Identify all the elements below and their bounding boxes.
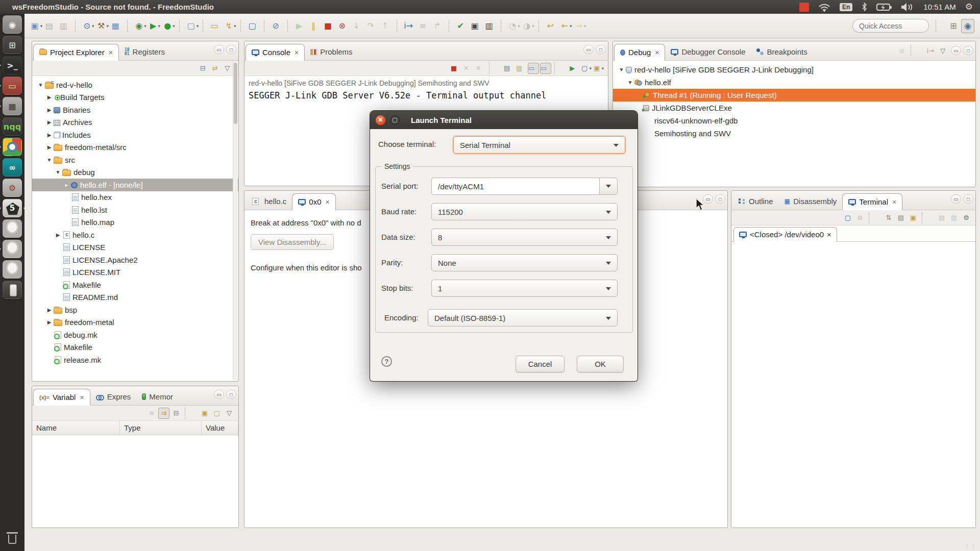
skip-breakpoints-icon[interactable]: ⊘ ▾ xyxy=(271,19,284,33)
tree-item[interactable]: ▶ freedom-metal/src xyxy=(32,141,238,154)
ubuntu-dash[interactable]: ◉ xyxy=(3,15,22,34)
open-folder-icon[interactable]: ▭ ▾ xyxy=(210,19,223,33)
tree-item[interactable]: ▶ hello.c xyxy=(32,229,238,241)
tree-item[interactable]: ▶ bsp xyxy=(32,304,238,316)
disk-drive-2[interactable] xyxy=(3,240,22,258)
dropdown-arrow-icon[interactable]: ▾ xyxy=(173,23,175,29)
disk-drive-3[interactable] xyxy=(3,260,22,279)
console-output[interactable]: SEGGER J-Link GDB Server V6.52e - Termin… xyxy=(244,88,608,103)
column-type[interactable]: Type xyxy=(120,421,202,435)
profiler-snapshot-icon[interactable]: ◑ ▾ xyxy=(522,19,535,33)
resume-icon[interactable]: ▶ ▾ xyxy=(295,19,308,33)
expand-arrow-icon[interactable]: ▸ xyxy=(62,182,71,188)
show-stdout-icon[interactable]: ▭ ▾ xyxy=(528,63,539,74)
new-console-view-icon[interactable]: ▣ ▾ xyxy=(593,63,604,74)
dropdown-arrow-icon[interactable]: ▾ xyxy=(532,23,534,29)
ok-button[interactable]: OK xyxy=(577,356,624,372)
terminal-paste-icon[interactable]: ▥ xyxy=(948,212,960,223)
workspace-switcher[interactable]: ⊞ xyxy=(3,36,22,54)
expand-arrow-icon[interactable]: ▼ xyxy=(54,169,62,175)
terminal-app[interactable]: >_ xyxy=(3,56,22,74)
debug-tree-item[interactable]: Semihosting and SWV xyxy=(613,127,975,140)
dialog-title-bar[interactable]: ✕ Launch Terminal xyxy=(370,111,638,129)
clear-console-icon[interactable]: ▤ ▾ xyxy=(503,63,514,74)
dropdown-arrow-icon[interactable]: ▾ xyxy=(234,23,236,29)
chrome-browser[interactable] xyxy=(3,138,22,156)
close-tab-icon[interactable]: × xyxy=(655,48,659,57)
dropdown-arrow-icon[interactable]: ▾ xyxy=(106,23,109,29)
maximize-view-icon[interactable]: □ xyxy=(963,46,973,55)
debug-instruction-step-icon[interactable]: i→ xyxy=(925,45,936,56)
build-icon[interactable]: ⚒ ▾ xyxy=(96,19,110,33)
debug-last-icon[interactable]: ⊙ ▾ xyxy=(82,19,95,33)
quick-access-input[interactable] xyxy=(852,19,929,33)
profiler-trace-icon[interactable]: ◔ ▾ xyxy=(508,19,521,33)
open-perspective-icon[interactable]: ⊞ xyxy=(947,19,960,33)
dropdown-arrow-icon[interactable]: ▾ xyxy=(518,23,520,29)
terminal-session-tab[interactable]: <Closed> /dev/video0 × xyxy=(733,227,837,242)
tab-console[interactable]: Console × xyxy=(246,44,305,61)
forward-icon[interactable]: → ▾ xyxy=(574,19,587,33)
cancel-button[interactable]: Cancel xyxy=(516,356,565,372)
expand-arrow-icon[interactable]: ▶ xyxy=(45,144,54,150)
debug-launch-icon[interactable]: ◉ ▾ xyxy=(134,19,148,33)
tree-item[interactable]: ▶ Includes xyxy=(32,129,238,141)
maximize-view-icon[interactable]: □ xyxy=(963,194,973,204)
stop-bits-select[interactable]: 1 xyxy=(431,280,618,297)
tab-debugger-console[interactable]: Debugger Console xyxy=(665,43,751,60)
serial-port-dropdown-button[interactable] xyxy=(599,178,618,195)
terminal-scroll-lock-icon[interactable]: ⇅ xyxy=(883,212,894,223)
scroll-lock-icon[interactable]: ▥ ▾ xyxy=(516,63,527,74)
expand-arrow-icon[interactable]: ▶ xyxy=(45,319,54,325)
tree-item[interactable]: ▶ freedom-metal xyxy=(32,316,238,329)
disconnect-icon[interactable]: ⊗ ▾ xyxy=(337,19,351,33)
freedom-studio[interactable]: 5 xyxy=(3,199,22,217)
usb-drive[interactable] xyxy=(3,281,22,299)
tree-item[interactable]: ▼ red-v-hello xyxy=(32,79,238,91)
step-into-icon[interactable]: ↓ ▾ xyxy=(352,19,365,33)
expand-arrow-icon[interactable]: ▶ xyxy=(54,232,62,238)
tab-debug[interactable]: Debug × xyxy=(614,44,665,61)
maximize-view-icon[interactable]: □ xyxy=(596,45,606,54)
link-with-editor-icon[interactable]: ⇄ ▾ xyxy=(211,63,223,74)
expand-arrow-icon[interactable]: ▶ xyxy=(45,94,54,100)
debug-tree-item[interactable]: riscv64-unknown-elf-gdb xyxy=(613,114,975,127)
debug-perspective-icon[interactable]: ◉ xyxy=(961,19,974,33)
encoding-select[interactable]: Default (ISO-8859-1) xyxy=(428,309,618,327)
clock[interactable]: 10:51 AM xyxy=(923,3,955,11)
tab-expressions[interactable]: Expres xyxy=(90,388,137,405)
tree-item[interactable]: ▸ hello.elf - [none/le] xyxy=(32,179,238,191)
expand-arrow-icon[interactable]: ▼ xyxy=(45,157,54,163)
dropdown-arrow-icon[interactable]: ▾ xyxy=(144,23,146,29)
calculator-app[interactable]: ▦ xyxy=(3,97,22,115)
window-resize-grip[interactable]: ⋮⋮ xyxy=(965,543,977,549)
minimize-view-icon[interactable]: ▭ xyxy=(214,45,224,54)
external-tools-icon[interactable]: ▢ ▾ xyxy=(186,19,200,33)
terminate-icon[interactable]: ■ ▾ xyxy=(323,19,336,33)
data-size-select[interactable]: 8 xyxy=(431,229,618,246)
tree-item[interactable]: Makefile xyxy=(32,279,238,291)
help-button[interactable]: ? xyxy=(381,356,392,367)
dropdown-arrow-icon[interactable]: ▾ xyxy=(92,23,94,29)
close-tab-icon[interactable]: × xyxy=(295,48,299,57)
show-debug-columns-icon[interactable]: ≡ ▾ xyxy=(418,19,431,33)
tree-item[interactable]: ▶ Archives xyxy=(32,116,238,129)
dialog-maximize-icon[interactable] xyxy=(390,115,400,125)
debug-view-menu-icon[interactable]: ▽ xyxy=(937,45,948,56)
binary-file-icon[interactable]: ▦ ▾ xyxy=(111,19,124,33)
detach-view-icon[interactable]: ▢ xyxy=(211,408,223,419)
close-session-icon[interactable]: × xyxy=(827,230,831,239)
keyboard-layout-indicator[interactable]: En xyxy=(840,3,852,11)
tab-memory[interactable]: Memor xyxy=(136,388,179,405)
step-over-icon[interactable]: ↷ ▾ xyxy=(366,19,379,33)
dropdown-arrow-icon[interactable]: ▾ xyxy=(158,23,160,29)
show-type-names-icon[interactable]: ≋ xyxy=(146,408,157,419)
step-return-icon[interactable]: ↑ ▾ xyxy=(380,19,394,33)
archive-manager[interactable]: ▭ xyxy=(3,77,22,95)
debug-skip-breakpoints-icon[interactable]: ⊘ xyxy=(896,45,908,56)
tree-item[interactable]: release.mk xyxy=(32,354,238,366)
tree-item[interactable]: LICENSE xyxy=(32,241,238,254)
new-watch-icon[interactable]: ▣ xyxy=(199,408,210,419)
remove-launch-icon[interactable]: ✕ ▾ xyxy=(462,63,474,74)
tree-item[interactable]: LICENSE.Apache2 xyxy=(32,254,238,266)
